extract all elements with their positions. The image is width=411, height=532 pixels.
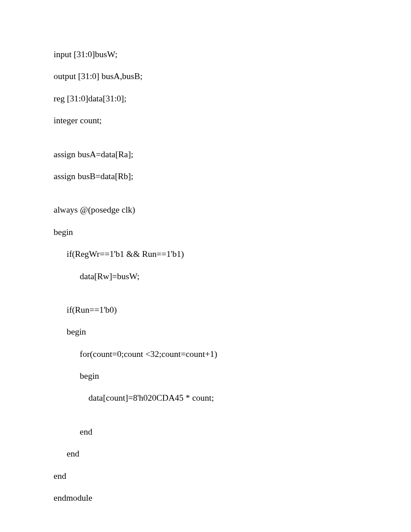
code-line: data[Rw]=busW; [54, 271, 357, 281]
code-line: assign busB=data[Rb]; [54, 171, 357, 181]
code-line: endmodule [54, 493, 357, 503]
blank-line [54, 293, 357, 305]
code-line: output [31:0] busA,busB; [54, 71, 357, 81]
code-line: begin [54, 227, 357, 237]
code-line: always @(posedge clk) [54, 205, 357, 215]
blank-line [54, 138, 357, 149]
blank-line [54, 193, 357, 205]
code-line: reg [31:0]data[31:0]; [54, 93, 357, 104]
code-line: input [31:0]busW; [54, 49, 357, 59]
blank-line [54, 415, 357, 427]
document-page: input [31:0]busW; output [31:0] busA,bus… [0, 0, 411, 532]
code-line: end [54, 471, 357, 481]
code-line: begin [54, 327, 357, 337]
code-line: if(Run==1'b0) [54, 305, 357, 315]
code-line: assign busA=data[Ra]; [54, 149, 357, 159]
code-line: end [54, 448, 357, 459]
code-line: for(count=0;count <32;count=count+1) [54, 349, 357, 359]
code-line: integer count; [54, 115, 357, 126]
code-line: end [54, 427, 357, 437]
code-line: begin [54, 371, 357, 381]
code-line: data[count]=8'h020CDA45 * count; [54, 393, 357, 403]
code-line: if(RegWr==1'b1 && Run==1'b1) [54, 249, 357, 259]
